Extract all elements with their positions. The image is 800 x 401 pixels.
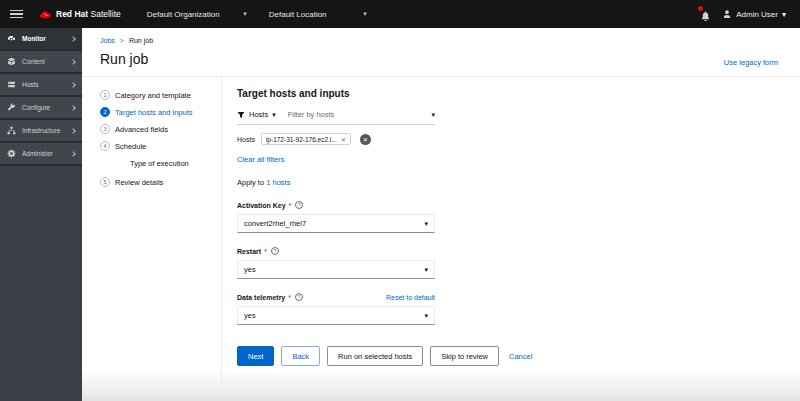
apply-to-text: Apply to [237,178,264,187]
chip-group-label: Hosts [237,136,255,143]
sidebar-item-label: Administer [22,150,53,157]
clear-all-filters-link[interactable]: Clear all filters [237,155,800,164]
breadcrumb-separator: > [120,37,124,44]
help-icon[interactable]: ? [295,201,303,209]
chevron-right-icon [70,36,76,42]
sidebar-item-label: Hosts [22,81,39,88]
chip-close-icon[interactable]: ✕ [341,136,346,143]
apply-to-hosts: Apply to 1 hosts [237,178,800,187]
chevron-right-icon [70,151,76,157]
hosts-filter-toolbar: Hosts ▾ ▾ [237,110,435,125]
activation-key-select[interactable]: convert2rhel_rhel7 ▾ [237,214,435,233]
active-filters-chip-group: Hosts ip-172-31-92-176.ec2.i... ✕ ✕ [237,133,800,145]
wizard-substep-type-of-execution[interactable]: Type of execution [130,158,221,168]
sidebar-item-administer[interactable]: Administer [0,143,82,166]
filter-by-hosts-input[interactable] [288,110,432,119]
field-label: Activation Key [237,202,286,209]
help-icon[interactable]: ? [271,247,279,255]
gear-icon [7,149,17,158]
chevron-right-icon [70,82,76,88]
filter-type-label: Hosts [249,110,268,119]
field-label: Restart [237,248,261,255]
wizard-step-target-hosts-and-inputs[interactable]: 2 Target hosts and inputs [100,107,221,117]
chip-group-close-icon[interactable]: ✕ [360,134,371,145]
wizard-nav: 1 Category and template 2 Target hosts a… [82,77,222,388]
breadcrumb-current: Run job [129,37,153,44]
main-content: Jobs > Run job Run job Use legacy form 1… [82,28,800,401]
sidebar-item-label: Configure [22,104,50,111]
selected-value: yes [244,265,256,274]
brand-text: Red Hat Satellite [56,9,121,19]
restart-field: Restart * ? yes ▾ [237,247,435,279]
host-filter-chip: ip-172-31-92-176.ec2.i... ✕ [261,133,351,145]
sidebar-item-label: Monitor [22,35,46,42]
panel-heading: Target hosts and inputs [237,88,800,99]
step-label: Schedule [115,142,146,151]
step-number: 3 [100,124,110,134]
back-button[interactable]: Back [281,346,320,366]
step-number: 4 [100,141,110,151]
user-name: Admin User [736,10,778,19]
brand: Red Hat Satellite [38,9,121,19]
sidebar-item-monitor[interactable]: Monitor [0,28,82,51]
caret-down-icon: ▾ [424,312,428,320]
reset-to-default-link[interactable]: Reset to default [386,294,435,301]
skip-to-review-button[interactable]: Skip to review [430,346,499,366]
location-selector[interactable]: Default Location ▾ [269,10,367,19]
wizard-footer: Next Back Run on selected hosts Skip to … [237,346,800,366]
wizard-step-schedule[interactable]: 4 Schedule [100,141,221,151]
chevron-right-icon [70,128,76,134]
wizard-step-advanced-fields[interactable]: 3 Advanced fields [100,124,221,134]
caret-down-icon: ▾ [424,220,428,228]
filter-type-select[interactable]: Hosts ▾ [237,110,276,119]
next-button[interactable]: Next [237,346,274,366]
step-label: Advanced fields [115,125,168,134]
wizard-step-category-and-template[interactable]: 1 Category and template [100,90,221,100]
step-number: 5 [100,177,110,187]
server-icon [7,80,17,89]
filter-funnel-icon [237,111,245,119]
user-menu[interactable]: Admin User ▾ [722,9,786,19]
caret-down-icon: ▾ [782,10,786,19]
masthead: Red Hat Satellite Default Organization ▾… [0,0,800,28]
cancel-link[interactable]: Cancel [509,352,532,361]
organization-selector[interactable]: Default Organization ▾ [147,10,247,19]
nav-toggle-hamburger-icon[interactable] [10,7,23,20]
step-number: 1 [100,90,110,100]
step-label: Review details [115,178,163,187]
sitemap-icon [7,126,17,135]
run-on-selected-hosts-button[interactable]: Run on selected hosts [327,346,423,366]
sidebar-item-content[interactable]: Content [0,51,82,74]
cube-icon [7,57,17,66]
sidebar-item-label: Infrastructure [22,127,60,134]
caret-down-icon: ▾ [363,10,367,18]
use-legacy-form-link[interactable]: Use legacy form [724,58,778,67]
data-telemetry-field: Data telemetry * ? Reset to default yes … [237,293,435,325]
user-avatar-icon [722,9,732,19]
breadcrumb-jobs-link[interactable]: Jobs [100,37,115,44]
step-label: Category and template [115,91,191,100]
sidebar-item-infrastructure[interactable]: Infrastructure [0,120,82,143]
data-telemetry-select[interactable]: yes ▾ [237,306,435,325]
caret-down-icon: ▾ [272,111,276,119]
chevron-right-icon [70,105,76,111]
step-number: 2 [100,107,110,117]
activation-key-field: Activation Key * ? convert2rhel_rhel7 ▾ [237,201,435,233]
hosts-count-link[interactable]: 1 hosts [266,178,290,187]
redhat-fedora-icon [38,9,52,19]
sidebar-item-configure[interactable]: Configure [0,97,82,120]
sidebar-item-hosts[interactable]: Hosts [0,74,82,97]
chevron-right-icon [70,59,76,65]
notifications-bell-icon[interactable] [700,8,711,20]
sidebar-item-label: Content [22,58,45,65]
field-label: Data telemetry [237,294,285,301]
wizard-step-review-details[interactable]: 5 Review details [100,177,221,187]
selected-value: yes [244,311,256,320]
required-marker: * [288,294,291,301]
step-label: Target hosts and inputs [115,108,193,117]
step-label: Type of execution [130,159,189,168]
help-icon[interactable]: ? [295,293,303,301]
restart-select[interactable]: yes ▾ [237,260,435,279]
page-title: Run job [100,51,148,67]
wrench-icon [7,103,17,112]
